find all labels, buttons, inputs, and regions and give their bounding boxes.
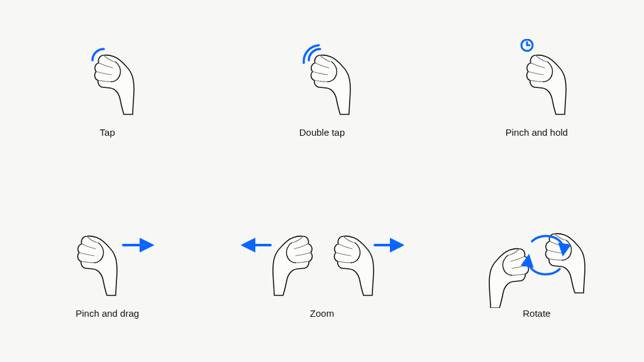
gesture-pinch-and-hold-label: Pinch and hold bbox=[506, 127, 568, 138]
gesture-double-tap: Double tap bbox=[214, 0, 429, 181]
gesture-zoom: Zoom bbox=[214, 181, 429, 362]
gesture-double-tap-label: Double tap bbox=[299, 127, 345, 138]
gesture-double-tap-illustration bbox=[281, 39, 363, 127]
gesture-rotate: Rotate bbox=[430, 181, 644, 362]
clock-icon bbox=[521, 40, 533, 51]
gesture-pinch-and-drag-label: Pinch and drag bbox=[75, 308, 139, 319]
gesture-pinch-and-drag: Pinch and drag bbox=[0, 181, 214, 362]
gesture-tap: Tap bbox=[0, 0, 214, 181]
gesture-zoom-label: Zoom bbox=[310, 308, 334, 319]
gesture-rotate-label: Rotate bbox=[523, 308, 550, 319]
gesture-rotate-illustration bbox=[470, 220, 602, 308]
gesture-zoom-illustration bbox=[240, 220, 404, 308]
gesture-pinch-and-hold-illustration bbox=[496, 39, 577, 127]
gesture-pinch-and-hold: Pinch and hold bbox=[430, 0, 644, 181]
gesture-tap-label: Tap bbox=[100, 127, 115, 138]
gesture-pinch-and-drag-illustration bbox=[54, 220, 161, 308]
gesture-tap-illustration bbox=[70, 39, 145, 127]
